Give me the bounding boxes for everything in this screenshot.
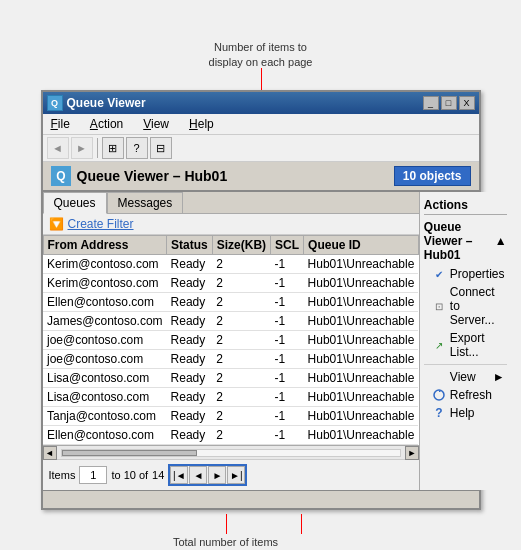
forward-button[interactable]: ►	[71, 137, 93, 159]
action-properties-label: Properties	[450, 267, 505, 281]
menu-view[interactable]: View	[139, 116, 173, 132]
table-row[interactable]: joe@contoso.comReady2-1Hub01\Unreachable	[43, 331, 418, 350]
annotation-line-total	[226, 514, 227, 534]
status-bar	[43, 490, 479, 508]
action-view[interactable]: View ►	[424, 368, 507, 386]
cell-7-2: 2	[212, 388, 270, 407]
create-filter-label[interactable]: Create Filter	[68, 217, 134, 231]
scroll-left-button[interactable]: ◄	[43, 446, 57, 460]
up-button[interactable]: ⊞	[102, 137, 124, 159]
table-row[interactable]: Ellen@contoso.comReady2-1Hub01\Unreachab…	[43, 293, 418, 312]
cell-4-0: joe@contoso.com	[43, 331, 167, 350]
action-export-list[interactable]: ↗ Export List...	[424, 329, 507, 361]
cell-5-0: joe@contoso.com	[43, 350, 167, 369]
data-table: From Address Status Size(KB) SCL Queue I…	[43, 235, 419, 445]
action-help[interactable]: ? Help	[424, 404, 507, 422]
cell-1-1: Ready	[167, 274, 213, 293]
nav-prev-button[interactable]: ◄	[189, 466, 207, 484]
cell-5-4: Hub01\Unreachable	[304, 350, 419, 369]
cell-1-2: 2	[212, 274, 270, 293]
scroll-thumb[interactable]	[62, 450, 197, 456]
cell-9-0: Ellen@contoso.com	[43, 426, 167, 445]
table-row[interactable]: Kerim@contoso.comReady2-1Hub01\Unreachab…	[43, 255, 418, 274]
scroll-track[interactable]	[61, 449, 401, 457]
content-header-title: Queue Viewer – Hub01	[77, 168, 228, 184]
nav-last-button[interactable]: ►|	[227, 466, 245, 484]
col-size[interactable]: Size(KB)	[212, 236, 270, 255]
table-row[interactable]: James@contoso.comReady2-1Hub01\Unreachab…	[43, 312, 418, 331]
col-from-address[interactable]: From Address	[43, 236, 167, 255]
maximize-button[interactable]: □	[441, 96, 457, 110]
cell-2-3: -1	[271, 293, 304, 312]
horizontal-scrollbar[interactable]: ◄ ►	[43, 445, 419, 459]
data-table-container[interactable]: From Address Status Size(KB) SCL Queue I…	[43, 235, 419, 445]
content-header: Q Queue Viewer – Hub01 10 objects	[43, 162, 479, 192]
cell-8-4: Hub01\Unreachable	[304, 407, 419, 426]
table-row[interactable]: Tanja@contoso.comReady2-1Hub01\Unreachab…	[43, 407, 418, 426]
table-row[interactable]: Ellen@contoso.comReady2-1Hub01\Unreachab…	[43, 426, 418, 445]
action-connect-label: Connect to Server...	[450, 285, 505, 327]
help-action-icon: ?	[432, 406, 446, 420]
cell-4-3: -1	[271, 331, 304, 350]
nav-next-button[interactable]: ►	[208, 466, 226, 484]
table-row[interactable]: Lisa@contoso.comReady2-1Hub01\Unreachabl…	[43, 369, 418, 388]
table-row[interactable]: Kerim@contoso.comReady2-1Hub01\Unreachab…	[43, 274, 418, 293]
col-status[interactable]: Status	[167, 236, 213, 255]
cell-3-2: 2	[212, 312, 270, 331]
cell-9-3: -1	[271, 426, 304, 445]
annotation-line-nav	[301, 514, 302, 534]
cell-7-4: Hub01\Unreachable	[304, 388, 419, 407]
export-button[interactable]: ⊟	[150, 137, 172, 159]
toolbar-separator-1	[97, 138, 98, 158]
cell-4-2: 2	[212, 331, 270, 350]
cell-9-4: Hub01\Unreachable	[304, 426, 419, 445]
page-from-input[interactable]	[79, 466, 107, 484]
cell-2-0: Ellen@contoso.com	[43, 293, 167, 312]
content-header-icon: Q	[51, 166, 71, 186]
help-button[interactable]: ?	[126, 137, 148, 159]
tab-queues[interactable]: Queues	[43, 192, 107, 214]
filter-bar: 🔽 Create Filter	[43, 214, 419, 235]
back-button[interactable]: ◄	[47, 137, 69, 159]
cell-4-4: Hub01\Unreachable	[304, 331, 419, 350]
cell-5-2: 2	[212, 350, 270, 369]
cell-6-3: -1	[271, 369, 304, 388]
cell-7-3: -1	[271, 388, 304, 407]
cell-6-1: Ready	[167, 369, 213, 388]
cell-1-3: -1	[271, 274, 304, 293]
cell-0-3: -1	[271, 255, 304, 274]
title-bar: Q Queue Viewer _ □ X	[43, 92, 479, 114]
action-properties[interactable]: ✔ Properties	[424, 265, 507, 283]
nav-first-button[interactable]: |◄	[170, 466, 188, 484]
export-icon: ↗	[432, 338, 446, 352]
menu-help[interactable]: Help	[185, 116, 218, 132]
properties-icon: ✔	[432, 267, 446, 281]
svg-text:Q: Q	[56, 169, 65, 183]
cell-6-2: 2	[212, 369, 270, 388]
view-icon	[432, 370, 446, 384]
cell-3-0: James@contoso.com	[43, 312, 167, 331]
cell-0-0: Kerim@contoso.com	[43, 255, 167, 274]
col-scl[interactable]: SCL	[271, 236, 304, 255]
tabs: Queues Messages	[43, 192, 419, 214]
menu-action[interactable]: Action	[86, 116, 127, 132]
section-collapse-icon[interactable]: ▲	[495, 234, 507, 248]
menu-bar: File Action View Help	[43, 114, 479, 135]
minimize-button[interactable]: _	[423, 96, 439, 110]
scroll-right-button[interactable]: ►	[405, 446, 419, 460]
window-controls: _ □ X	[423, 96, 475, 110]
action-refresh[interactable]: Refresh	[424, 386, 507, 404]
queue-viewer-window: Q Queue Viewer _ □ X File Action View He…	[41, 90, 481, 510]
filter-icon: 🔽	[49, 217, 64, 231]
cell-0-1: Ready	[167, 255, 213, 274]
action-connect-server[interactable]: ⊡ Connect to Server...	[424, 283, 507, 329]
table-row[interactable]: Lisa@contoso.comReady2-1Hub01\Unreachabl…	[43, 388, 418, 407]
menu-file[interactable]: File	[47, 116, 74, 132]
cell-9-2: 2	[212, 426, 270, 445]
pagination-bar: Items to 10 of 14 |◄ ◄ ► ►|	[43, 459, 419, 490]
close-button[interactable]: X	[459, 96, 475, 110]
tab-messages[interactable]: Messages	[107, 192, 184, 213]
col-queue-id[interactable]: Queue ID	[304, 236, 419, 255]
actions-panel: Actions Queue Viewer – Hub01 ▲ ✔ Propert…	[420, 192, 511, 490]
table-row[interactable]: joe@contoso.comReady2-1Hub01\Unreachable	[43, 350, 418, 369]
